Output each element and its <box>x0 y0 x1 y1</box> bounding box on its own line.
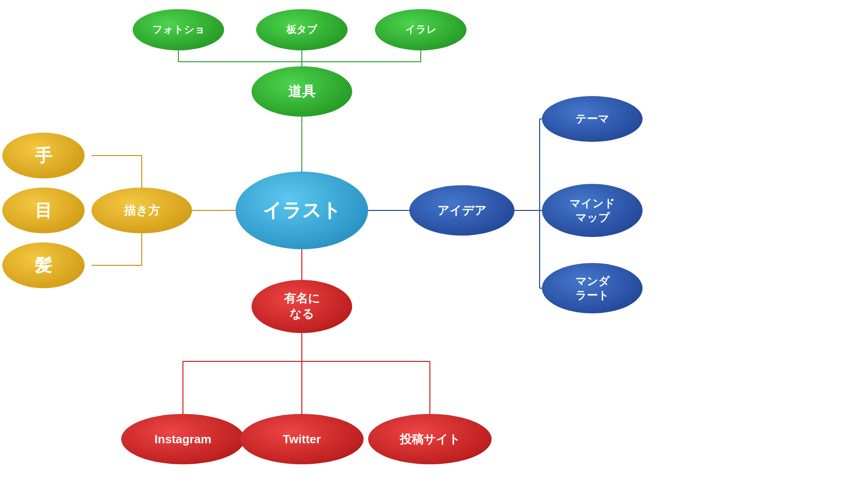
node-tema: テーマ <box>542 96 643 142</box>
node-illustrator: イラレ <box>375 9 466 50</box>
node-kami: 髪 <box>2 242 85 288</box>
node-photoshop: フォトショ <box>133 9 224 50</box>
node-twitter: Twitter <box>240 414 364 464</box>
node-instagram: Instagram <box>121 414 245 464</box>
node-mindmap: マインド マップ <box>542 184 643 237</box>
node-toukousite: 投稿サイト <box>368 414 492 464</box>
node-te: 手 <box>2 133 85 178</box>
node-aidea: アイデア <box>409 185 514 236</box>
node-kakikata: 描き方 <box>91 188 192 233</box>
node-mandala: マンダ ラート <box>542 263 643 313</box>
node-dougu: 道具 <box>252 66 352 117</box>
node-illust: イラスト <box>236 172 368 249</box>
mind-map: フォトショ 板タブ イラレ 道具 手 目 髪 描き方 イラスト アイデア テーマ… <box>0 0 868 489</box>
node-me: 目 <box>2 188 85 233</box>
node-yuumei: 有名に なる <box>252 280 352 333</box>
node-itabu: 板タブ <box>256 9 348 50</box>
